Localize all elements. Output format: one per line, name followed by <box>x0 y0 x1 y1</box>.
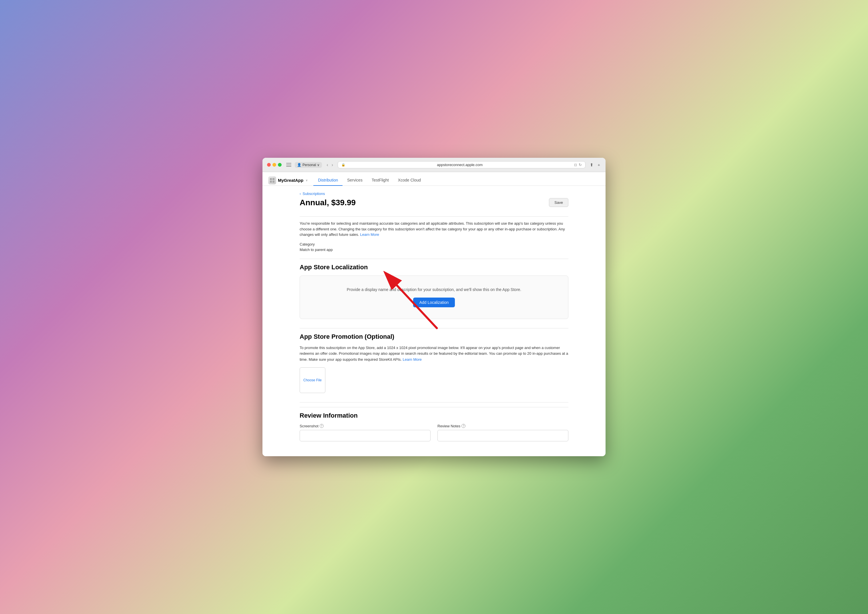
minimize-button[interactable] <box>273 163 276 167</box>
profile-icon: 👤 <box>297 163 301 167</box>
review-notes-input[interactable] <box>437 430 568 441</box>
browser-actions: ⬆ + <box>589 161 601 168</box>
page-header-row: Annual, $39.99 Save <box>300 198 568 212</box>
tab-services[interactable]: Services <box>343 175 367 186</box>
localization-section-title: App Store Localization <box>300 259 568 271</box>
back-button[interactable]: ‹ <box>326 162 329 168</box>
screenshot-help-icon[interactable]: ? <box>319 424 324 428</box>
screenshot-field: Screenshot ? <box>300 424 431 441</box>
breadcrumb-subscriptions-link[interactable]: Subscriptions <box>302 192 325 196</box>
promotion-learn-more-link[interactable]: Learn More <box>403 357 422 361</box>
content-area: ‹ Subscriptions Annual, $39.99 Save You'… <box>291 186 577 456</box>
app-name: MyGreatApp <box>278 178 303 183</box>
profile-label: Personal <box>302 163 316 167</box>
tab-xcode-cloud[interactable]: Xcode Cloud <box>394 175 425 186</box>
traffic-lights <box>267 163 282 167</box>
tax-notice-text: You're responsible for selecting and mai… <box>300 221 565 237</box>
title-bar: 👤 Personal ∨ ‹ › 🔒 appstoreconnect.apple… <box>262 158 606 172</box>
review-fields: Screenshot ? Review Notes ? <box>300 424 568 441</box>
tab-testflight[interactable]: TestFlight <box>367 175 394 186</box>
screenshot-label: Screenshot ? <box>300 424 431 428</box>
save-button[interactable]: Save <box>549 198 568 207</box>
address-bar[interactable]: 🔒 appstoreconnect.apple.com ⊡ ↻ <box>338 161 586 168</box>
breadcrumb-chevron-icon: ‹ <box>300 192 301 196</box>
add-localization-button[interactable]: Add Localization <box>413 298 455 307</box>
browser-share-button[interactable]: ⬆ <box>589 161 594 168</box>
profile-chevron-icon: ∨ <box>317 163 319 167</box>
reload-icon[interactable]: ↻ <box>579 163 582 167</box>
choose-file-button[interactable]: Choose File <box>300 367 326 393</box>
localization-hint: Provide a display name and description f… <box>305 287 563 292</box>
main-content: ‹ Subscriptions Annual, $39.99 Save You'… <box>262 186 606 456</box>
close-button[interactable] <box>267 163 271 167</box>
app-nav: MyGreatApp ∨ Distribution Services TestF… <box>262 172 606 186</box>
breadcrumb: ‹ Subscriptions <box>300 192 568 196</box>
promotion-description: To promote this subscription on the App … <box>300 345 568 363</box>
sidebar-toggle-icon[interactable] <box>286 163 291 167</box>
page-title: Annual, $39.99 <box>300 198 356 207</box>
lock-icon: 🔒 <box>341 163 346 167</box>
nav-arrows: ‹ › <box>326 162 334 168</box>
app-name-chevron-icon: ∨ <box>305 179 308 182</box>
tax-notice: You're responsible for selecting and mai… <box>300 216 568 237</box>
tab-distribution[interactable]: Distribution <box>313 175 343 186</box>
browser-new-tab-button[interactable]: + <box>597 161 601 168</box>
category-section: Category Match to parent app <box>300 242 568 252</box>
svg-rect-1 <box>273 178 274 180</box>
svg-rect-0 <box>270 178 272 180</box>
app-logo-icon <box>268 176 276 185</box>
forward-button[interactable]: › <box>330 162 334 168</box>
svg-rect-3 <box>273 181 274 183</box>
nav-tabs: Distribution Services TestFlight Xcode C… <box>313 175 425 186</box>
category-label: Category <box>300 242 568 247</box>
category-value: Match to parent app <box>300 248 568 252</box>
tax-learn-more-link[interactable]: Learn More <box>360 233 379 237</box>
app-store-promotion-section: App Store Promotion (Optional) To promot… <box>300 328 568 393</box>
review-notes-label: Review Notes ? <box>437 424 568 428</box>
screenshot-input[interactable] <box>300 430 431 441</box>
review-notes-field: Review Notes ? <box>437 424 568 441</box>
choose-file-label: Choose File <box>303 378 322 382</box>
promotion-section-title: App Store Promotion (Optional) <box>300 328 568 340</box>
review-information-section: Review Information Screenshot ? Review N… <box>300 402 568 441</box>
localization-box: Provide a display name and description f… <box>300 276 568 319</box>
app-logo[interactable]: MyGreatApp ∨ <box>268 176 308 185</box>
app-store-localization-section: App Store Localization Provide a display… <box>300 259 568 319</box>
translate-icon: ⊡ <box>574 163 577 167</box>
url-text: appstoreconnect.apple.com <box>347 163 572 167</box>
review-notes-help-icon[interactable]: ? <box>462 424 465 428</box>
maximize-button[interactable] <box>278 163 282 167</box>
review-section-title: Review Information <box>300 407 568 419</box>
profile-pill[interactable]: 👤 Personal ∨ <box>295 162 322 168</box>
svg-rect-2 <box>270 181 272 183</box>
browser-window: 👤 Personal ∨ ‹ › 🔒 appstoreconnect.apple… <box>262 158 606 456</box>
